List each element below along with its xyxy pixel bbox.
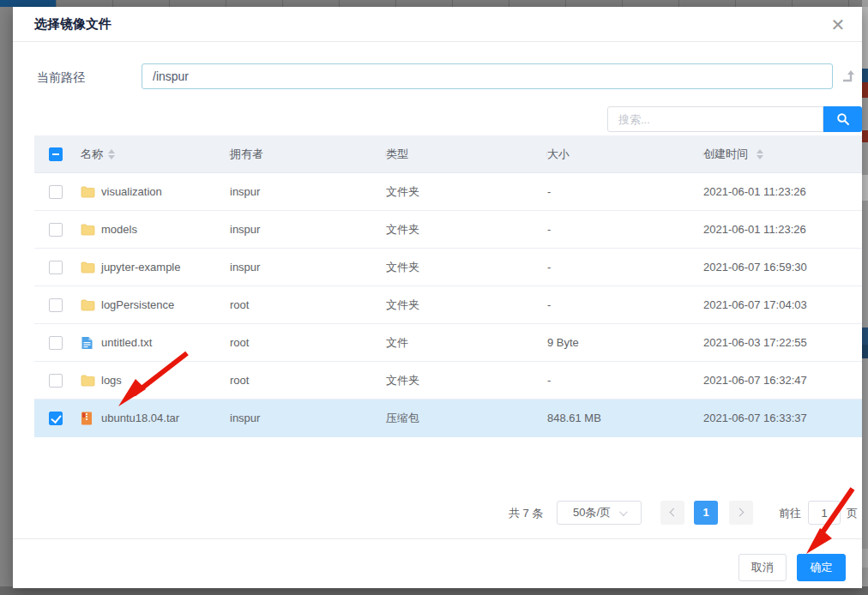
column-header-type: 类型: [386, 147, 547, 162]
current-path-label: 当前路径: [37, 70, 85, 86]
file-type-icon: [81, 336, 95, 350]
sort-caret-icon[interactable]: [108, 149, 115, 159]
table-row[interactable]: untitled.txt root 文件 9 Byte 2021-06-03 1…: [34, 324, 862, 362]
table-row[interactable]: models inspur 文件夹 - 2021-06-01 11:23:26: [34, 211, 862, 249]
file-created: 2021-06-01 11:23:26: [703, 223, 862, 236]
file-size: 9 Byte: [547, 336, 703, 349]
file-size: -: [547, 374, 703, 387]
total-count-label: 共 7 条: [509, 506, 543, 521]
pagination-bar: 共 7 条 50条/页 1 前往 页: [13, 501, 862, 525]
column-header-size: 大小: [547, 147, 703, 162]
file-owner: inspur: [230, 223, 386, 236]
row-checkbox[interactable]: [49, 298, 63, 312]
file-name: jupyter-example: [101, 261, 181, 273]
column-header-created[interactable]: 创建时间: [703, 147, 862, 162]
file-size: -: [547, 261, 703, 273]
confirm-button[interactable]: 确定: [797, 554, 846, 581]
file-name: models: [101, 223, 137, 236]
file-type-icon: [81, 223, 95, 237]
go-up-level-icon[interactable]: [840, 67, 859, 86]
file-name: logs: [101, 374, 122, 387]
file-type-icon: [81, 261, 95, 274]
row-checkbox[interactable]: [49, 374, 63, 388]
search-input[interactable]: [607, 106, 823, 132]
file-type: 文件夹: [386, 222, 547, 237]
goto-page-label: 前往: [779, 506, 801, 521]
file-created: 2021-06-07 16:32:47: [703, 374, 862, 387]
search-button[interactable]: [823, 106, 862, 132]
close-icon[interactable]: ✕: [829, 15, 847, 34]
file-table: 名称 拥有者 类型 大小 创建时间 visualization i: [34, 135, 862, 437]
row-checkbox[interactable]: [49, 223, 63, 237]
background-right-edge: [862, 0, 868, 595]
file-owner: inspur: [230, 412, 386, 424]
file-type: 文件夹: [386, 373, 547, 388]
file-owner: root: [230, 374, 386, 387]
file-name: untitled.txt: [101, 336, 152, 349]
row-checkbox[interactable]: [49, 336, 63, 350]
dialog-footer: 取消 确定: [13, 538, 862, 588]
file-type-icon: [81, 412, 95, 425]
file-type: 文件夹: [386, 260, 547, 275]
row-checkbox[interactable]: [49, 412, 63, 425]
file-size: -: [547, 185, 703, 198]
file-created: 2021-06-07 17:04:03: [703, 298, 862, 311]
chevron-right-icon: [736, 508, 744, 517]
file-name: ubuntu18.04.tar: [101, 412, 179, 424]
row-checkbox[interactable]: [49, 185, 63, 199]
table-row[interactable]: logPersistence root 文件夹 - 2021-06-07 17:…: [34, 286, 862, 324]
dialog-title: 选择镜像文件: [34, 16, 112, 33]
file-type-icon: [81, 185, 95, 199]
file-name: visualization: [101, 185, 162, 198]
table-header-row: 名称 拥有者 类型 大小 创建时间: [34, 135, 862, 173]
page-size-select[interactable]: 50条/页: [557, 501, 642, 525]
file-type-icon: [81, 298, 95, 312]
file-created: 2021-06-01 11:23:26: [703, 185, 862, 198]
file-size: 848.61 MB: [547, 412, 703, 424]
prev-page-button[interactable]: [660, 501, 684, 525]
search-icon: [836, 112, 850, 125]
page-number-button[interactable]: 1: [694, 501, 718, 525]
cancel-button[interactable]: 取消: [738, 554, 787, 581]
file-created: 2021-06-07 16:59:30: [703, 261, 862, 273]
chevron-left-icon: [670, 508, 678, 517]
file-type: 文件: [386, 335, 547, 351]
file-owner: inspur: [230, 185, 386, 198]
goto-page-suffix: 页: [847, 506, 858, 521]
chevron-down-icon: [619, 508, 628, 516]
file-owner: root: [230, 298, 386, 311]
file-type: 文件夹: [386, 184, 547, 200]
table-row[interactable]: visualization inspur 文件夹 - 2021-06-01 11…: [34, 173, 862, 211]
table-row[interactable]: ubuntu18.04.tar inspur 压缩包 848.61 MB 202…: [34, 400, 862, 437]
table-row[interactable]: logs root 文件夹 - 2021-06-07 16:32:47: [34, 362, 862, 400]
table-row[interactable]: jupyter-example inspur 文件夹 - 2021-06-07 …: [34, 249, 862, 286]
column-header-name[interactable]: 名称: [77, 147, 230, 162]
background-tab-strip: [0, 0, 868, 7]
file-owner: inspur: [230, 261, 386, 273]
column-header-owner: 拥有者: [230, 147, 386, 162]
goto-page-input[interactable]: [808, 501, 841, 525]
file-type-icon: [81, 374, 95, 388]
file-size: -: [547, 223, 703, 236]
sort-caret-icon[interactable]: [756, 149, 763, 159]
row-checkbox[interactable]: [49, 261, 63, 274]
file-type: 压缩包: [386, 411, 547, 426]
file-owner: root: [230, 336, 386, 349]
next-page-button[interactable]: [729, 501, 753, 525]
file-name: logPersistence: [101, 298, 174, 311]
select-image-file-dialog: 选择镜像文件 ✕ 当前路径 名称 拥: [13, 7, 862, 588]
dialog-header: 选择镜像文件 ✕: [13, 7, 862, 42]
select-all-checkbox[interactable]: [49, 147, 63, 161]
file-created: 2021-06-07 16:33:37: [703, 412, 862, 424]
file-type: 文件夹: [386, 298, 547, 313]
current-path-input[interactable]: [142, 63, 833, 89]
file-size: -: [547, 298, 703, 311]
file-created: 2021-06-03 17:22:55: [703, 336, 862, 349]
